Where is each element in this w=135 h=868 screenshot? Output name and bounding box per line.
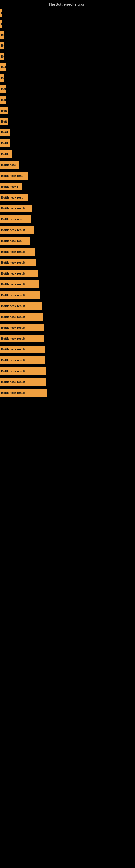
bar-fill: Bottleneck resu [0, 172, 28, 180]
bar-item: Bottleneck result [0, 376, 135, 388]
bar-item: Bott [0, 105, 135, 116]
bar-item: Bottleneck result [0, 333, 135, 344]
bar-fill: Bottleneck result [0, 378, 46, 386]
bar-item: Bottleneck [0, 159, 135, 170]
bar-label: Bottle [1, 152, 9, 156]
bar-item: Bottleneck res [0, 236, 135, 246]
bar-item: Bot [0, 62, 135, 73]
bar-item: Bottleneck result [0, 203, 135, 214]
bar-label: Bottleneck r [1, 185, 18, 188]
bar-label: Bottleneck result [1, 326, 25, 329]
bar-item: Bo [0, 29, 135, 40]
bar-item: Bot [0, 94, 135, 105]
bar-label: Bo [1, 55, 4, 58]
bar-item: Bottleneck result [0, 366, 135, 376]
bar-label: Bot [1, 98, 6, 101]
bar-fill: Bo [0, 74, 4, 82]
site-title: TheBottlenecker.com [0, 0, 135, 8]
bar-label: Bottleneck result [1, 250, 25, 253]
bar-label: Bottleneck result [1, 369, 25, 373]
bar-item: Bottleneck result [0, 225, 135, 236]
bar-label: B [1, 22, 2, 26]
bar-item: Bottleneck resu [0, 170, 135, 181]
bar-label: Bottl [1, 142, 8, 145]
bar-item: Bottleneck result [0, 388, 135, 398]
bars-container: BBBoBoBoBotBoBotBotBottBottBottlBottlBot… [0, 8, 135, 398]
bar-label: Bottleneck result [1, 359, 25, 362]
bar-fill: Bo [0, 42, 4, 50]
bar-label: Bottleneck [1, 163, 16, 166]
bar-item: Bottleneck result [0, 268, 135, 279]
bar-fill: Bottleneck r [0, 183, 21, 190]
bar-fill: Bottle [0, 150, 12, 158]
bar-item: Bottleneck result [0, 301, 135, 311]
bar-item: B [0, 8, 135, 19]
bar-item: B [0, 19, 135, 29]
bar-label: Bottleneck result [1, 304, 25, 308]
bar-item: Bottle [0, 149, 135, 159]
bar-item: Bottleneck result [0, 311, 135, 322]
bar-fill: Bottleneck result [0, 367, 46, 375]
bar-label: Bottleneck result [1, 293, 25, 297]
bar-fill: Bott [0, 107, 8, 115]
bar-label: Bottleneck result [1, 315, 25, 318]
bar-fill: Bottleneck result [0, 226, 34, 234]
bar-label: Bott [1, 120, 7, 123]
bar-label: B [1, 11, 2, 14]
bar-fill: Bottleneck result [0, 205, 32, 212]
bar-label: Bot [1, 87, 6, 91]
bar-fill: B [0, 9, 2, 17]
bar-label: Bottleneck result [1, 283, 25, 286]
bar-label: Bo [1, 44, 4, 47]
bar-fill: Bot [0, 85, 6, 93]
bar-item: Bottleneck result [0, 355, 135, 366]
bar-label: Bottleneck result [1, 348, 25, 351]
bar-fill: Bottleneck res [0, 237, 30, 245]
bar-fill: Bottl [0, 140, 10, 147]
bar-fill: Bot [0, 96, 6, 104]
bar-fill: Bo [0, 53, 4, 60]
bar-fill: Bottleneck result [0, 270, 38, 277]
bar-item: Bottleneck result [0, 290, 135, 301]
bar-fill: Bottleneck result [0, 356, 45, 364]
bar-label: Bottleneck resu [1, 174, 24, 177]
bar-fill: Bo [0, 31, 4, 38]
bar-item: Bott [0, 116, 135, 127]
bar-fill: Bottleneck result [0, 302, 42, 310]
bar-fill: Bot [0, 63, 6, 71]
bar-fill: Bottleneck result [0, 346, 45, 353]
bar-item: Bottleneck result [0, 279, 135, 290]
bar-label: Bottl [1, 131, 8, 134]
bar-label: Bottleneck result [1, 272, 25, 275]
bar-fill: Bottleneck result [0, 291, 41, 299]
bar-item: Bottl [0, 127, 135, 138]
bar-item: Bo [0, 40, 135, 51]
bar-fill: B [0, 20, 2, 28]
bar-label: Bottleneck result [1, 380, 25, 383]
bar-item: Bottleneck resu [0, 214, 135, 225]
bar-label: Bottleneck result [1, 391, 25, 394]
bar-item: Bottl [0, 138, 135, 149]
bar-label: Bott [1, 109, 7, 112]
bar-label: Bottleneck result [1, 337, 25, 340]
bar-item: Bottleneck result [0, 344, 135, 355]
bar-fill: Bottleneck result [0, 248, 35, 255]
bar-label: Bottleneck resu [1, 218, 24, 221]
bar-fill: Bottleneck result [0, 259, 37, 267]
bar-item: Bottleneck resu [0, 192, 135, 203]
bar-item: Bottleneck result [0, 322, 135, 333]
bar-label: Bottleneck result [1, 261, 25, 264]
bar-item: Bo [0, 51, 135, 62]
bar-label: Bottleneck res [1, 239, 21, 243]
bar-fill: Bottleneck resu [0, 215, 31, 223]
bar-item: Bottleneck r [0, 181, 135, 192]
bar-fill: Bottleneck result [0, 280, 39, 288]
bar-fill: Bottleneck result [0, 389, 47, 397]
bar-fill: Bottleneck result [0, 324, 44, 332]
bar-item: Bottleneck result [0, 246, 135, 257]
bar-item: Bot [0, 84, 135, 94]
bar-label: Bottleneck result [1, 207, 25, 210]
bar-label: Bottleneck result [1, 228, 25, 231]
bar-item: Bottleneck result [0, 257, 135, 268]
bar-fill: Bott [0, 118, 8, 125]
